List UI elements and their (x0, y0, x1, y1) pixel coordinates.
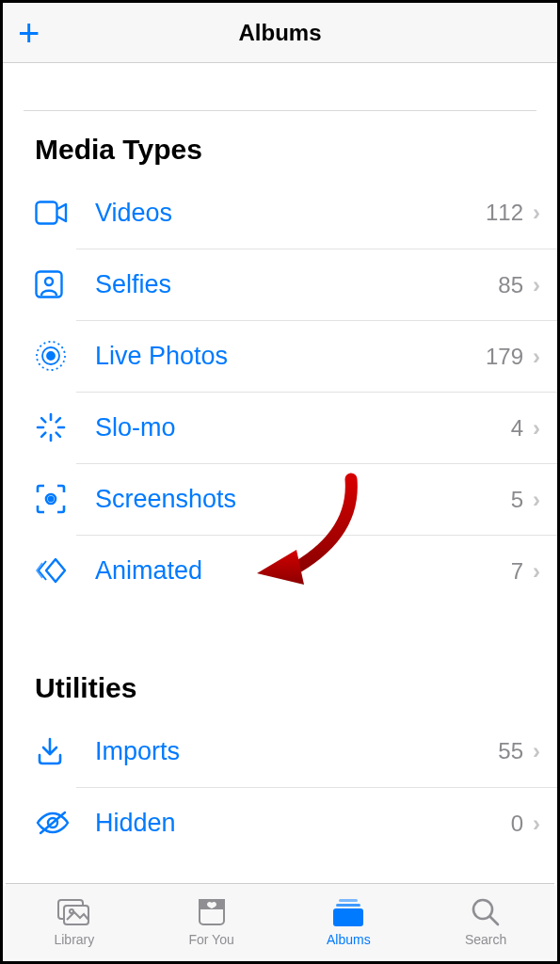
row-livephotos[interactable]: Live Photos 179 › (35, 320, 557, 392)
tab-albums[interactable]: Albums (280, 884, 418, 958)
svg-line-9 (56, 433, 60, 437)
tab-library[interactable]: Library (6, 884, 143, 958)
import-icon (35, 736, 76, 766)
row-inner: Animated 7 › (76, 535, 557, 606)
chevron-right-icon: › (533, 415, 540, 442)
row-label: Slo-mo (95, 413, 511, 442)
section-media-types-title: Media Types (3, 120, 557, 177)
row-count: 179 (486, 344, 523, 370)
svg-point-2 (45, 278, 53, 285)
chevron-right-icon: › (533, 272, 540, 298)
row-label: Imports (95, 737, 498, 766)
row-inner: Imports 55 › (76, 715, 557, 787)
svg-point-15 (49, 497, 53, 501)
row-label: Hidden (95, 809, 511, 838)
hidden-icon (35, 809, 76, 837)
row-inner: Hidden 0 › (76, 787, 557, 859)
screenshot-icon (35, 483, 76, 515)
row-inner: Live Photos 179 › (76, 320, 557, 392)
chevron-right-icon: › (533, 487, 540, 513)
livephoto-icon (35, 340, 76, 372)
row-inner: Slo-mo 4 › (76, 392, 557, 463)
albums-icon (331, 895, 365, 929)
selfie-icon (35, 270, 76, 298)
row-selfies[interactable]: Selfies 85 › (35, 249, 557, 320)
section-utilities-title: Utilities (3, 659, 557, 715)
svg-line-11 (41, 433, 45, 437)
search-icon (471, 895, 501, 929)
row-label: Animated (95, 556, 511, 586)
row-label: Screenshots (95, 485, 511, 514)
row-inner: Videos 112 › (76, 177, 557, 249)
media-types-list: Videos 112 › Selfies 85 › (3, 177, 557, 606)
row-label: Live Photos (95, 342, 486, 371)
row-count: 0 (511, 811, 523, 837)
row-screenshots[interactable]: Screenshots 5 › (35, 463, 557, 535)
svg-rect-23 (339, 899, 358, 902)
row-inner: Selfies 85 › (76, 249, 557, 320)
tab-for-you[interactable]: For You (143, 884, 280, 958)
chevron-right-icon: › (533, 344, 540, 370)
divider (24, 110, 536, 111)
svg-rect-25 (333, 908, 363, 926)
for-you-icon (197, 895, 227, 929)
row-count: 112 (486, 200, 523, 226)
chevron-right-icon: › (533, 558, 540, 585)
chevron-right-icon: › (533, 811, 540, 837)
tab-label: Albums (327, 932, 371, 947)
svg-rect-24 (336, 904, 360, 907)
row-label: Videos (95, 199, 486, 228)
tab-search[interactable]: Search (417, 884, 554, 958)
video-icon (35, 201, 76, 225)
row-videos[interactable]: Videos 112 › (35, 177, 557, 249)
tab-bar: Library For You Albums Sea (6, 883, 554, 958)
svg-rect-0 (37, 202, 57, 224)
library-icon (56, 895, 93, 929)
content-scroll: Media Types Videos 112 › (3, 63, 557, 886)
row-count: 7 (511, 558, 523, 585)
row-count: 85 (498, 272, 523, 298)
chevron-right-icon: › (533, 200, 540, 226)
row-imports[interactable]: Imports 55 › (35, 715, 557, 787)
svg-line-27 (490, 917, 498, 924)
utilities-list: Imports 55 › Hidden 0 › (3, 715, 557, 859)
row-count: 4 (511, 415, 523, 442)
row-hidden[interactable]: Hidden 0 › (35, 787, 557, 859)
slomo-icon (35, 411, 76, 443)
row-label: Selfies (95, 270, 498, 299)
row-slomo[interactable]: Slo-mo 4 › (35, 392, 557, 463)
row-animated[interactable]: Animated 7 › (35, 535, 557, 606)
svg-line-7 (56, 418, 60, 422)
row-count: 55 (498, 738, 523, 764)
page-title: Albums (238, 20, 321, 46)
nav-bar: + Albums (3, 3, 557, 63)
svg-point-3 (47, 352, 55, 360)
row-inner: Screenshots 5 › (76, 463, 557, 535)
svg-point-26 (473, 900, 492, 919)
add-button[interactable]: + (18, 14, 40, 52)
svg-line-13 (41, 418, 45, 422)
chevron-right-icon: › (533, 738, 540, 764)
animated-icon (35, 555, 76, 586)
tab-label: For You (188, 932, 233, 947)
row-count: 5 (511, 487, 523, 513)
section-gap (3, 606, 557, 659)
tab-label: Search (465, 932, 506, 947)
tab-label: Library (54, 932, 94, 947)
